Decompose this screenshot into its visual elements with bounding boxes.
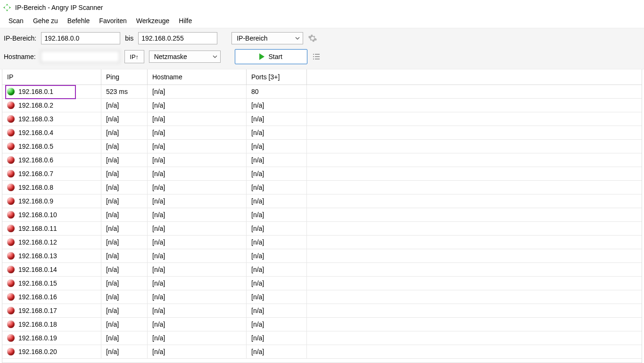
status-dead-icon <box>7 225 15 232</box>
table-row[interactable]: 192.168.0.7[n/a][n/a][n/a] <box>2 167 642 181</box>
cell-hostname: [n/a] <box>148 277 247 290</box>
table-header: IP Ping Hostname Ports [3+] <box>2 69 642 85</box>
cell-ping: [n/a] <box>101 345 148 358</box>
cell-ping: [n/a] <box>101 126 148 139</box>
table-row[interactable]: 192.168.0.1523 ms[n/a]80 <box>2 85 642 99</box>
cell-ports: [n/a] <box>247 153 307 167</box>
list-icon <box>312 52 321 61</box>
table-row[interactable]: 192.168.0.11[n/a][n/a][n/a] <box>2 222 642 236</box>
cell-ping: [n/a] <box>101 263 148 276</box>
ip-start-input[interactable] <box>41 32 120 44</box>
column-header-ports[interactable]: Ports [3+] <box>247 69 307 84</box>
cell-hostname: [n/a] <box>148 140 247 153</box>
cell-ports: [n/a] <box>247 167 307 180</box>
cell-ip: 192.168.0.7 <box>18 170 53 177</box>
cell-ports: [n/a] <box>247 331 307 345</box>
column-header-empty <box>307 69 642 84</box>
cell-ip: 192.168.0.20 <box>18 348 57 355</box>
cell-ports: [n/a] <box>247 277 307 290</box>
table-row[interactable]: 192.168.0.13[n/a][n/a][n/a] <box>2 249 642 263</box>
status-dead-icon <box>7 197 15 205</box>
menu-commands[interactable]: Befehle <box>63 15 94 26</box>
table-row[interactable]: 192.168.0.2[n/a][n/a][n/a] <box>2 99 642 112</box>
menu-goto[interactable]: Gehe zu <box>28 15 63 26</box>
status-alive-icon <box>7 88 15 95</box>
svg-point-6 <box>313 54 314 55</box>
column-header-ping[interactable]: Ping <box>101 69 148 84</box>
status-dead-icon <box>7 334 15 342</box>
table-row[interactable]: 192.168.0.16[n/a][n/a][n/a] <box>2 290 642 304</box>
cell-empty <box>307 318 642 331</box>
netmask-select[interactable]: Netzmaske <box>149 51 221 63</box>
cell-ports: [n/a] <box>247 208 307 221</box>
table-row[interactable]: 192.168.0.19[n/a][n/a][n/a] <box>2 331 642 345</box>
ip-up-label: IP↑ <box>130 53 139 60</box>
play-icon <box>259 53 264 60</box>
cell-ports: [n/a] <box>247 112 307 126</box>
cell-ping: [n/a] <box>101 181 148 194</box>
cell-empty <box>307 112 642 126</box>
feeder-select[interactable]: IP-Bereich <box>231 32 303 44</box>
status-dead-icon <box>7 156 15 164</box>
status-dead-icon <box>7 101 15 109</box>
cell-ip: 192.168.0.8 <box>18 184 53 191</box>
menu-tools[interactable]: Werkzeuge <box>132 15 174 26</box>
table-row[interactable]: 192.168.0.8[n/a][n/a][n/a] <box>2 181 642 194</box>
table-row[interactable]: 192.168.0.6[n/a][n/a][n/a] <box>2 153 642 167</box>
netmask-select-value: Netzmaske <box>154 53 187 60</box>
status-dead-icon <box>7 321 15 328</box>
cell-ping: [n/a] <box>101 331 148 345</box>
cell-ip: 192.168.0.15 <box>18 279 57 287</box>
table-row[interactable]: 192.168.0.20[n/a][n/a][n/a] <box>2 345 642 359</box>
range-label: IP-Bereich: <box>4 34 36 42</box>
cell-hostname: [n/a] <box>148 290 247 304</box>
table-row[interactable]: 192.168.0.12[n/a][n/a][n/a] <box>2 236 642 249</box>
table-row[interactable]: 192.168.0.9[n/a][n/a][n/a] <box>2 194 642 208</box>
table-row[interactable]: 192.168.0.5[n/a][n/a][n/a] <box>2 140 642 153</box>
cell-ports: [n/a] <box>247 304 307 317</box>
column-header-hostname[interactable]: Hostname <box>148 69 247 84</box>
hostname-input[interactable] <box>41 51 120 63</box>
cell-empty <box>307 345 642 358</box>
gear-icon <box>308 34 317 43</box>
table-row[interactable]: 192.168.0.4[n/a][n/a][n/a] <box>2 126 642 140</box>
start-button[interactable]: Start <box>235 49 307 64</box>
app-icon <box>3 3 11 12</box>
cell-ip: 192.168.0.4 <box>18 129 53 136</box>
cell-hostname: [n/a] <box>148 153 247 167</box>
table-row[interactable]: 192.168.0.10[n/a][n/a][n/a] <box>2 208 642 222</box>
svg-point-8 <box>313 59 314 59</box>
table-row[interactable]: 192.168.0.3[n/a][n/a][n/a] <box>2 112 642 126</box>
cell-ip: 192.168.0.12 <box>18 238 57 246</box>
cell-empty <box>307 85 642 98</box>
status-dead-icon <box>7 143 15 150</box>
cell-ip: 192.168.0.13 <box>18 252 57 260</box>
column-header-ip[interactable]: IP <box>2 69 101 84</box>
preferences-button[interactable] <box>308 34 317 43</box>
ip-up-button[interactable]: IP↑ <box>124 50 144 63</box>
cell-hostname: [n/a] <box>148 263 247 276</box>
cell-ports: 80 <box>247 85 307 98</box>
cell-ports: [n/a] <box>247 263 307 276</box>
table-row[interactable]: 192.168.0.17[n/a][n/a][n/a] <box>2 304 642 318</box>
menu-scan[interactable]: Scan <box>4 15 28 26</box>
menu-favorites[interactable]: Favoriten <box>94 15 131 26</box>
cell-ports: [n/a] <box>247 290 307 304</box>
table-row[interactable]: 192.168.0.14[n/a][n/a][n/a] <box>2 263 642 277</box>
ip-end-input[interactable] <box>138 32 217 44</box>
cell-hostname: [n/a] <box>148 194 247 208</box>
menu-help[interactable]: Hilfe <box>174 15 197 26</box>
table-body[interactable]: 192.168.0.1523 ms[n/a]80192.168.0.2[n/a]… <box>2 85 642 363</box>
cell-ping: [n/a] <box>101 318 148 331</box>
chevron-down-icon <box>295 36 300 41</box>
fetchers-button[interactable] <box>312 52 321 61</box>
cell-ip: 192.168.0.19 <box>18 334 57 342</box>
cell-empty <box>307 194 642 208</box>
status-dead-icon <box>7 293 15 301</box>
status-dead-icon <box>7 115 15 123</box>
cell-empty <box>307 140 642 153</box>
cell-ping: [n/a] <box>101 277 148 290</box>
table-row[interactable]: 192.168.0.18[n/a][n/a][n/a] <box>2 318 642 331</box>
status-dead-icon <box>7 238 15 246</box>
table-row[interactable]: 192.168.0.15[n/a][n/a][n/a] <box>2 277 642 290</box>
